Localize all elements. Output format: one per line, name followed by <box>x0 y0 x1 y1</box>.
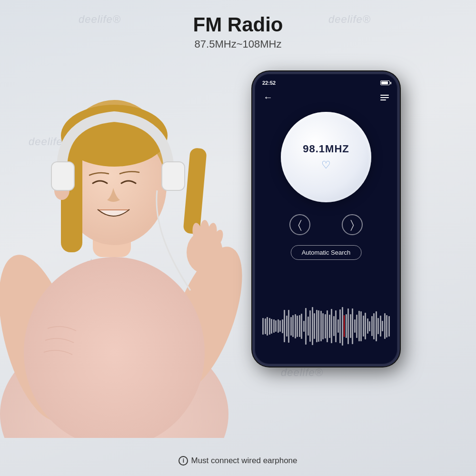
wave-bar <box>305 308 307 345</box>
next-icon: 〉 <box>350 218 354 231</box>
phone-nav-bar: ← <box>255 89 397 106</box>
wave-bar <box>350 314 351 338</box>
wave-bar <box>344 315 345 337</box>
wave-bar <box>329 315 330 338</box>
wave-bar <box>360 311 362 341</box>
phone-menu-button[interactable] <box>380 95 389 100</box>
wave-bar <box>382 321 383 331</box>
wave-bar <box>269 318 270 335</box>
wave-bar <box>356 315 357 338</box>
frequency-circle: 98.1MHZ ♡ <box>281 112 371 202</box>
menu-line-2 <box>380 97 389 98</box>
prev-station-button[interactable]: 〈 <box>289 214 310 235</box>
wave-bar <box>303 321 305 332</box>
wave-bar <box>318 310 319 342</box>
wave-bar <box>309 310 311 342</box>
wave-bar <box>365 313 366 339</box>
wave-bar <box>347 308 349 344</box>
auto-search-button[interactable]: Automatic Search <box>291 245 362 260</box>
svg-rect-12 <box>162 162 185 190</box>
wave-bar <box>380 316 381 337</box>
wave-bar <box>369 321 370 331</box>
wave-bar <box>271 319 272 334</box>
wave-bar <box>290 317 292 336</box>
wave-bar <box>342 307 343 346</box>
wave-bar <box>282 319 283 333</box>
phone-side-button-1 <box>399 112 400 129</box>
frequency-display: 98.1MHZ ♡ <box>281 112 371 202</box>
wave-bar <box>337 319 339 333</box>
wave-bar <box>314 313 315 339</box>
page-title: FM Radio <box>0 13 476 36</box>
phone-status-bar: 22:52 <box>262 79 390 87</box>
info-icon: i <box>178 456 188 466</box>
wave-bar <box>279 320 281 332</box>
phone-side-button-2 <box>399 133 400 159</box>
wave-bar <box>333 316 335 336</box>
wave-bar <box>262 318 264 335</box>
wave-bar <box>352 308 353 344</box>
wave-bar <box>363 316 364 337</box>
wave-bar <box>327 310 328 342</box>
phone-time: 22:52 <box>262 80 276 86</box>
info-text: Must connect wired earphone <box>191 456 297 466</box>
auto-search-area: Automatic Search <box>291 245 362 260</box>
wave-bar <box>295 314 296 338</box>
wave-bar <box>265 318 266 334</box>
playback-controls: 〈 〉 <box>255 214 397 235</box>
wave-bar <box>273 319 275 333</box>
favorite-heart-icon[interactable]: ♡ <box>321 159 331 171</box>
bottom-info-area: i Must connect wired earphone <box>0 456 476 466</box>
wave-bar <box>388 316 390 337</box>
wave-bar <box>367 318 368 334</box>
person-image <box>0 43 286 438</box>
wave-bar <box>284 310 285 342</box>
wave-bar <box>335 310 337 342</box>
wave-bar <box>320 311 322 341</box>
frequency-value: 98.1MHZ <box>303 143 349 155</box>
waveform-display <box>259 302 393 350</box>
wave-bar <box>384 313 386 339</box>
wave-bar <box>299 315 300 337</box>
wave-bar <box>376 311 377 341</box>
wave-bar <box>278 319 279 333</box>
wave-bar <box>358 311 360 341</box>
wave-bar <box>307 317 309 336</box>
wave-bar <box>386 315 387 337</box>
wave-bar <box>312 307 313 345</box>
wave-bar <box>292 315 294 337</box>
wave-bar <box>322 313 324 339</box>
wave-bar <box>301 314 302 339</box>
wave-bar <box>316 310 317 342</box>
phone-battery-icon <box>380 79 390 87</box>
next-station-button[interactable]: 〉 <box>342 214 363 235</box>
person-svg <box>0 43 276 438</box>
phone-back-button[interactable]: ← <box>263 92 273 103</box>
wave-bar <box>373 313 375 339</box>
wave-bar <box>275 320 277 332</box>
wave-bar <box>346 314 347 338</box>
wave-bar <box>339 309 341 343</box>
phone-screen: 22:52 ← 98.1MHZ ♡ <box>252 71 400 367</box>
wave-bar <box>331 309 332 343</box>
wave-bar <box>354 319 356 333</box>
phone-wrapper: 22:52 ← 98.1MHZ ♡ <box>252 71 400 367</box>
wave-bar <box>288 310 289 343</box>
wave-bar <box>286 316 288 337</box>
menu-line-3 <box>380 99 386 100</box>
wave-bar <box>371 316 373 336</box>
svg-rect-11 <box>51 162 74 190</box>
wave-bar <box>377 318 379 334</box>
wave-bar <box>267 317 268 336</box>
prev-icon: 〈 <box>298 218 302 231</box>
wave-bar <box>325 314 326 338</box>
menu-line-1 <box>380 95 389 96</box>
wave-bar <box>297 316 298 337</box>
